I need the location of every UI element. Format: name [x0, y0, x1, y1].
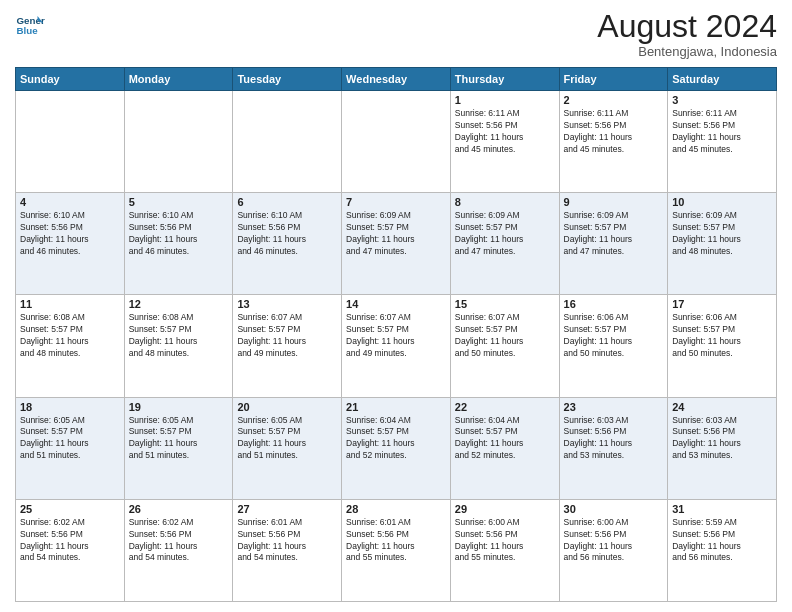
day-number: 17 — [672, 298, 772, 310]
day-info: Sunrise: 6:02 AM Sunset: 5:56 PM Dayligh… — [20, 517, 120, 565]
calendar-table: SundayMondayTuesdayWednesdayThursdayFrid… — [15, 67, 777, 602]
calendar-cell: 22Sunrise: 6:04 AM Sunset: 5:57 PM Dayli… — [450, 397, 559, 499]
day-number: 19 — [129, 401, 229, 413]
day-number: 29 — [455, 503, 555, 515]
day-info: Sunrise: 5:59 AM Sunset: 5:56 PM Dayligh… — [672, 517, 772, 565]
calendar-cell: 15Sunrise: 6:07 AM Sunset: 5:57 PM Dayli… — [450, 295, 559, 397]
calendar-cell: 11Sunrise: 6:08 AM Sunset: 5:57 PM Dayli… — [16, 295, 125, 397]
day-info: Sunrise: 6:09 AM Sunset: 5:57 PM Dayligh… — [672, 210, 772, 258]
location: Bentengjawa, Indonesia — [597, 44, 777, 59]
day-info: Sunrise: 6:10 AM Sunset: 5:56 PM Dayligh… — [129, 210, 229, 258]
day-number: 8 — [455, 196, 555, 208]
weekday-header-saturday: Saturday — [668, 68, 777, 91]
day-number: 30 — [564, 503, 664, 515]
calendar-cell: 17Sunrise: 6:06 AM Sunset: 5:57 PM Dayli… — [668, 295, 777, 397]
day-number: 14 — [346, 298, 446, 310]
calendar-cell: 30Sunrise: 6:00 AM Sunset: 5:56 PM Dayli… — [559, 499, 668, 601]
day-info: Sunrise: 6:06 AM Sunset: 5:57 PM Dayligh… — [564, 312, 664, 360]
day-info: Sunrise: 6:04 AM Sunset: 5:57 PM Dayligh… — [455, 415, 555, 463]
day-number: 11 — [20, 298, 120, 310]
weekday-header-row: SundayMondayTuesdayWednesdayThursdayFrid… — [16, 68, 777, 91]
calendar-cell — [233, 91, 342, 193]
calendar-cell: 28Sunrise: 6:01 AM Sunset: 5:56 PM Dayli… — [342, 499, 451, 601]
calendar-cell: 7Sunrise: 6:09 AM Sunset: 5:57 PM Daylig… — [342, 193, 451, 295]
calendar-cell: 24Sunrise: 6:03 AM Sunset: 5:56 PM Dayli… — [668, 397, 777, 499]
calendar-cell: 20Sunrise: 6:05 AM Sunset: 5:57 PM Dayli… — [233, 397, 342, 499]
day-number: 9 — [564, 196, 664, 208]
calendar-cell: 18Sunrise: 6:05 AM Sunset: 5:57 PM Dayli… — [16, 397, 125, 499]
day-info: Sunrise: 6:04 AM Sunset: 5:57 PM Dayligh… — [346, 415, 446, 463]
calendar-cell: 10Sunrise: 6:09 AM Sunset: 5:57 PM Dayli… — [668, 193, 777, 295]
calendar-cell: 3Sunrise: 6:11 AM Sunset: 5:56 PM Daylig… — [668, 91, 777, 193]
calendar-cell: 26Sunrise: 6:02 AM Sunset: 5:56 PM Dayli… — [124, 499, 233, 601]
day-info: Sunrise: 6:01 AM Sunset: 5:56 PM Dayligh… — [237, 517, 337, 565]
day-info: Sunrise: 6:01 AM Sunset: 5:56 PM Dayligh… — [346, 517, 446, 565]
page: General Blue August 2024 Bentengjawa, In… — [0, 0, 792, 612]
calendar-cell: 9Sunrise: 6:09 AM Sunset: 5:57 PM Daylig… — [559, 193, 668, 295]
calendar-cell: 27Sunrise: 6:01 AM Sunset: 5:56 PM Dayli… — [233, 499, 342, 601]
day-number: 28 — [346, 503, 446, 515]
calendar-cell: 8Sunrise: 6:09 AM Sunset: 5:57 PM Daylig… — [450, 193, 559, 295]
day-number: 1 — [455, 94, 555, 106]
day-number: 23 — [564, 401, 664, 413]
day-info: Sunrise: 6:08 AM Sunset: 5:57 PM Dayligh… — [20, 312, 120, 360]
calendar-cell: 13Sunrise: 6:07 AM Sunset: 5:57 PM Dayli… — [233, 295, 342, 397]
logo: General Blue — [15, 10, 45, 40]
day-number: 3 — [672, 94, 772, 106]
day-info: Sunrise: 6:09 AM Sunset: 5:57 PM Dayligh… — [564, 210, 664, 258]
calendar-cell: 14Sunrise: 6:07 AM Sunset: 5:57 PM Dayli… — [342, 295, 451, 397]
calendar-cell: 1Sunrise: 6:11 AM Sunset: 5:56 PM Daylig… — [450, 91, 559, 193]
day-info: Sunrise: 6:00 AM Sunset: 5:56 PM Dayligh… — [564, 517, 664, 565]
day-number: 10 — [672, 196, 772, 208]
day-info: Sunrise: 6:03 AM Sunset: 5:56 PM Dayligh… — [564, 415, 664, 463]
day-info: Sunrise: 6:11 AM Sunset: 5:56 PM Dayligh… — [564, 108, 664, 156]
calendar-cell: 21Sunrise: 6:04 AM Sunset: 5:57 PM Dayli… — [342, 397, 451, 499]
day-number: 7 — [346, 196, 446, 208]
logo-icon: General Blue — [15, 10, 45, 40]
day-number: 6 — [237, 196, 337, 208]
month-year: August 2024 — [597, 10, 777, 42]
calendar-cell: 12Sunrise: 6:08 AM Sunset: 5:57 PM Dayli… — [124, 295, 233, 397]
calendar-cell — [342, 91, 451, 193]
title-block: August 2024 Bentengjawa, Indonesia — [597, 10, 777, 59]
day-number: 22 — [455, 401, 555, 413]
day-info: Sunrise: 6:05 AM Sunset: 5:57 PM Dayligh… — [129, 415, 229, 463]
day-number: 25 — [20, 503, 120, 515]
day-number: 18 — [20, 401, 120, 413]
calendar-cell: 5Sunrise: 6:10 AM Sunset: 5:56 PM Daylig… — [124, 193, 233, 295]
day-info: Sunrise: 6:03 AM Sunset: 5:56 PM Dayligh… — [672, 415, 772, 463]
day-number: 24 — [672, 401, 772, 413]
day-info: Sunrise: 6:07 AM Sunset: 5:57 PM Dayligh… — [237, 312, 337, 360]
calendar-cell: 31Sunrise: 5:59 AM Sunset: 5:56 PM Dayli… — [668, 499, 777, 601]
day-info: Sunrise: 6:11 AM Sunset: 5:56 PM Dayligh… — [672, 108, 772, 156]
day-info: Sunrise: 6:00 AM Sunset: 5:56 PM Dayligh… — [455, 517, 555, 565]
day-number: 13 — [237, 298, 337, 310]
day-number: 5 — [129, 196, 229, 208]
day-info: Sunrise: 6:02 AM Sunset: 5:56 PM Dayligh… — [129, 517, 229, 565]
day-info: Sunrise: 6:08 AM Sunset: 5:57 PM Dayligh… — [129, 312, 229, 360]
calendar-cell: 25Sunrise: 6:02 AM Sunset: 5:56 PM Dayli… — [16, 499, 125, 601]
weekday-header-tuesday: Tuesday — [233, 68, 342, 91]
day-info: Sunrise: 6:09 AM Sunset: 5:57 PM Dayligh… — [455, 210, 555, 258]
day-number: 12 — [129, 298, 229, 310]
calendar-cell: 6Sunrise: 6:10 AM Sunset: 5:56 PM Daylig… — [233, 193, 342, 295]
weekday-header-sunday: Sunday — [16, 68, 125, 91]
calendar-cell — [124, 91, 233, 193]
day-info: Sunrise: 6:06 AM Sunset: 5:57 PM Dayligh… — [672, 312, 772, 360]
day-info: Sunrise: 6:05 AM Sunset: 5:57 PM Dayligh… — [20, 415, 120, 463]
day-number: 4 — [20, 196, 120, 208]
day-info: Sunrise: 6:07 AM Sunset: 5:57 PM Dayligh… — [346, 312, 446, 360]
svg-text:General: General — [17, 15, 46, 26]
calendar-cell — [16, 91, 125, 193]
week-row-4: 18Sunrise: 6:05 AM Sunset: 5:57 PM Dayli… — [16, 397, 777, 499]
day-info: Sunrise: 6:11 AM Sunset: 5:56 PM Dayligh… — [455, 108, 555, 156]
day-info: Sunrise: 6:09 AM Sunset: 5:57 PM Dayligh… — [346, 210, 446, 258]
weekday-header-thursday: Thursday — [450, 68, 559, 91]
calendar-cell: 23Sunrise: 6:03 AM Sunset: 5:56 PM Dayli… — [559, 397, 668, 499]
day-info: Sunrise: 6:10 AM Sunset: 5:56 PM Dayligh… — [237, 210, 337, 258]
week-row-3: 11Sunrise: 6:08 AM Sunset: 5:57 PM Dayli… — [16, 295, 777, 397]
calendar-cell: 19Sunrise: 6:05 AM Sunset: 5:57 PM Dayli… — [124, 397, 233, 499]
header: General Blue August 2024 Bentengjawa, In… — [15, 10, 777, 59]
week-row-2: 4Sunrise: 6:10 AM Sunset: 5:56 PM Daylig… — [16, 193, 777, 295]
day-number: 27 — [237, 503, 337, 515]
